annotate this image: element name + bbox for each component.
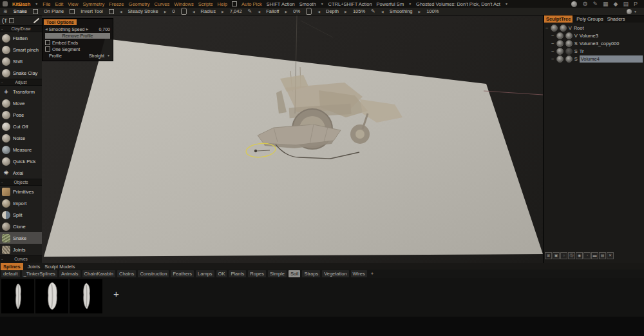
tool-flatten[interactable]: Flatten	[0, 32, 42, 44]
spline-thumbnail-1[interactable]	[1, 279, 34, 313]
category-ropes[interactable]: Ropes	[248, 270, 266, 277]
ghost-icon[interactable]	[565, 32, 573, 39]
steady-stroke-label[interactable]: Steady Stroke	[128, 8, 158, 14]
smoothing-value[interactable]: 100%	[426, 8, 439, 14]
app-title[interactable]: KitBash	[12, 1, 30, 7]
node-name[interactable]: Volume3_copy000	[580, 41, 620, 46]
embed-ends-label[interactable]: Embed Ends	[52, 41, 78, 45]
delete-icon[interactable]: ✕	[607, 252, 614, 259]
category-chains[interactable]: Chains	[117, 270, 136, 277]
depth-inc-icon[interactable]: ▶	[345, 10, 347, 14]
category-construction[interactable]: Construction	[138, 270, 169, 277]
visibility-icon[interactable]	[551, 25, 558, 32]
smoothing-dec-icon[interactable]: ◀	[381, 10, 384, 14]
add-volume-icon[interactable]: ⊞	[545, 252, 552, 259]
smoothing-label[interactable]: Smoothing	[390, 8, 413, 14]
category-lamps[interactable]: Lamps	[196, 270, 214, 277]
tool-options-tab[interactable]: Tool Options	[44, 19, 77, 25]
smoothing-speed-label[interactable]: Smoothing Speed	[49, 27, 85, 32]
category-ok[interactable]: OK	[216, 270, 227, 277]
tool-move[interactable]: Move	[0, 97, 42, 109]
steady-stroke-value[interactable]: 0	[173, 8, 175, 14]
smoothing-pen-icon[interactable]: ✎	[371, 8, 375, 14]
tool-noise[interactable]: Noise	[0, 132, 42, 144]
tool-primitives[interactable]: Primitives	[0, 186, 42, 197]
ctrl-shift-action-value[interactable]: Powerful Sm	[377, 1, 404, 7]
auto-pick-label[interactable]: Auto Pick	[242, 1, 262, 7]
profile-value[interactable]: Straight	[89, 54, 104, 58]
add-spline-button[interactable]: +	[113, 288, 119, 299]
collapse-icon[interactable]: −	[545, 25, 549, 31]
one-segment-checkbox[interactable]	[45, 46, 50, 52]
menu-symmetry[interactable]: Symmetry	[82, 1, 104, 7]
collapse-icon[interactable]: −	[551, 56, 554, 62]
falloff-inc-icon[interactable]: ▶	[285, 10, 287, 14]
collapse-icon[interactable]: −	[551, 48, 554, 54]
collapse-icon[interactable]: −	[1, 81, 3, 84]
menu-scripts[interactable]: Scripts	[198, 1, 213, 7]
one-segment-label[interactable]: One Segment	[52, 47, 80, 52]
merge-icon[interactable]: ▬	[591, 252, 598, 259]
ctrl-shift-dropdown-icon[interactable]: ▼	[408, 2, 412, 6]
embed-ends-checkbox[interactable]	[45, 40, 50, 45]
resample-icon[interactable]: ◔	[583, 252, 591, 259]
section-curves[interactable]: − Curves	[0, 255, 42, 262]
tool-joints[interactable]: Joints	[0, 244, 42, 255]
visibility-icon[interactable]	[556, 55, 564, 63]
tool-pose[interactable]: Pose	[0, 109, 42, 121]
invert-tool-label[interactable]: Invert Tool	[80, 8, 102, 14]
category-soil-selected[interactable]: Soil	[289, 270, 301, 277]
falloff-value[interactable]: 0%	[293, 8, 300, 14]
smoothing-inc-icon[interactable]: ▶	[419, 10, 421, 14]
gear-icon[interactable]: ⚙	[582, 1, 587, 7]
category-vegetation[interactable]: Vegetation	[322, 270, 348, 277]
surface-mode-icon[interactable]: Ⓢ	[568, 252, 575, 259]
menu-view[interactable]: View	[68, 1, 78, 7]
tool-measure[interactable]: Measure	[0, 144, 42, 155]
category-wires[interactable]: Wires	[351, 270, 367, 277]
category-feathers[interactable]: Feathers	[171, 270, 194, 277]
nodes-icon[interactable]: ▦	[603, 1, 609, 7]
duplicate-icon[interactable]: ▣	[553, 252, 560, 259]
category-animals[interactable]: Animals	[59, 270, 80, 277]
spline-thumbnail-3[interactable]	[70, 279, 102, 313]
tree-node-root[interactable]: − V Root	[544, 24, 644, 32]
smoothing-speed-value[interactable]: 0,700	[99, 27, 110, 32]
radius-label[interactable]: Radius	[201, 8, 216, 14]
tool-transform[interactable]: + Transform	[0, 86, 42, 97]
box-select-icon[interactable]	[9, 18, 14, 23]
node-name[interactable]: Root	[574, 25, 584, 31]
menu-edit[interactable]: Edit	[55, 1, 63, 7]
menu-help[interactable]: Help	[218, 1, 227, 7]
rotate-icon[interactable]: ◆	[614, 1, 618, 7]
invert-tool-checkbox[interactable]	[70, 9, 75, 14]
material-dropdown-icon[interactable]: ▼	[634, 10, 637, 14]
sphere-mode-icon[interactable]: ○	[560, 252, 567, 259]
falloff-dec-icon[interactable]: ◀	[258, 10, 260, 14]
tab-shaders[interactable]: Shaders	[607, 16, 625, 22]
category-chainkarabin[interactable]: ChainKarabin	[82, 270, 115, 277]
brush-presets-icon[interactable]: ≋	[3, 8, 8, 14]
ghost-icon[interactable]	[565, 48, 573, 55]
menu-file[interactable]: File	[43, 1, 50, 7]
smoothing-speed-inc-icon[interactable]: ▶	[86, 27, 89, 31]
ghost-icon[interactable]	[565, 40, 573, 47]
auto-pick-checkbox[interactable]	[232, 1, 237, 6]
ghost-icon[interactable]	[560, 25, 567, 32]
collapse-icon[interactable]: −	[1, 181, 3, 184]
shift-action-value[interactable]: Smooth	[299, 1, 316, 7]
pen-icon[interactable]	[33, 17, 40, 23]
tool-clone[interactable]: Clone	[0, 221, 42, 232]
depth-dec-icon[interactable]: ◀	[317, 10, 320, 14]
depth-pressure-icon[interactable]	[306, 8, 312, 15]
node-name[interactable]: Tr	[580, 48, 584, 54]
ghosted-volumes-value[interactable]: Ghosted Volumes: Don't Pick, Don't Act	[416, 1, 500, 7]
shift-action-dropdown-icon[interactable]: ▼	[321, 2, 324, 6]
menu-curves[interactable]: Curves	[154, 1, 169, 7]
category-plants[interactable]: Plants	[229, 270, 246, 277]
tool-smart-pinch[interactable]: Smart pinch	[0, 44, 42, 55]
brushes-icon[interactable]: ✎	[592, 1, 598, 7]
tree-node-volume3[interactable]: − V Volume3	[544, 32, 644, 39]
spline-thumbnail-2[interactable]	[35, 279, 68, 313]
app-logo-icon[interactable]	[3, 1, 8, 6]
